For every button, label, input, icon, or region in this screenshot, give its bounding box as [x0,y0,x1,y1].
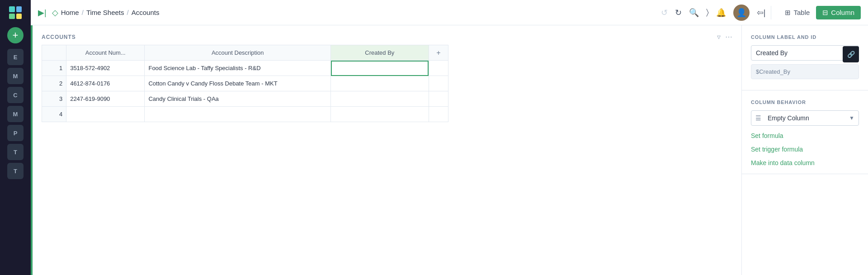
table-row: 3 2247-619-9090 Candy Clinical Trials - … [42,91,448,107]
spreadsheet: Account Num... Account Description Creat… [42,45,448,122]
table-title: ACCOUNTS [42,34,76,40]
sidebar: + E M C M P T T [0,0,31,275]
column-id-field [751,64,859,79]
row-1-account-desc[interactable]: Food Science Lab - Taffy Specialists - R… [145,61,331,76]
set-trigger-formula-link[interactable]: Set trigger formula [751,146,859,153]
spreadsheet-wrapper[interactable]: Account Num... Account Description Creat… [33,45,741,275]
logo-dot-yellow [16,14,22,19]
table-left-section: ACCOUNTS ▿ ⋯ Account Num... Account Desc… [31,25,741,275]
column-behavior-section: COLUMN BEHAVIOR ☰ Empty Column Set formu… [742,90,868,174]
table-row-empty: 4 [42,107,448,122]
row-num-3: 3 [42,91,66,107]
row-2-extra [429,76,448,91]
table-header-actions: ▿ ⋯ [717,33,732,41]
row-3-created-by[interactable] [331,91,429,107]
column-view-icon: ⊟ [822,9,828,17]
share-icon[interactable]: 〉 [706,8,709,17]
breadcrumb-home-icon: ◇ [52,8,58,18]
sidebar-item-t2[interactable]: T [7,163,24,179]
row-3-extra [429,91,448,107]
link-icon: 🔗 [847,51,855,58]
add-button[interactable]: + [7,27,24,43]
sidebar-item-m1[interactable]: M [7,68,24,84]
row-2-account-desc[interactable]: Cotton Candy v Candy Floss Debate Team -… [145,76,331,91]
top-bar: ▶| ◇ Home / Time Sheets / Accounts ↺ ↻ 🔍… [31,0,868,25]
column-behavior-select[interactable]: Empty Column Set formula Set trigger for… [751,110,859,126]
row-3-account-num[interactable]: 2247-619-9090 [66,91,145,107]
breadcrumb-sep-1: / [82,9,84,16]
row-1-created-by[interactable] [331,61,429,76]
more-options-icon[interactable]: ⋯ [725,33,732,41]
table-view-button[interactable]: ⊞ Table [778,6,816,19]
col-header-account-num: Account Num... [66,45,145,61]
add-column-button[interactable]: + [433,45,444,60]
app-logo [6,4,24,22]
redo-icon[interactable]: ↻ [675,8,682,18]
col-header-account-desc: Account Description [145,45,331,61]
avatar[interactable]: 👤 [733,5,750,21]
row-2-created-by[interactable] [331,76,429,91]
set-formula-link[interactable]: Set formula [751,132,859,139]
table-header-bar: ACCOUNTS ▿ ⋯ [33,25,741,45]
content-area: ACCOUNTS ▿ ⋯ Account Num... Account Desc… [31,25,868,275]
row-num-4: 4 [42,107,66,122]
sidebar-item-e[interactable]: E [7,49,24,65]
logo-dot-blue [16,6,22,12]
row-4-account-desc[interactable] [145,107,331,122]
search-icon[interactable]: 🔍 [689,8,699,18]
main-area: ▶| ◇ Home / Time Sheets / Accounts ↺ ↻ 🔍… [31,0,868,275]
breadcrumb-home[interactable]: Home [61,9,79,16]
row-3-account-desc[interactable]: Candy Clinical Trials - QAa [145,91,331,107]
view-toggle: ⊞ Table ⊟ Column [771,6,861,19]
row-1-account-num[interactable]: 3518-572-4902 [66,61,145,76]
notifications-icon[interactable]: 🔔 [716,8,726,18]
column-view-label: Column [831,9,854,16]
logo-dot-green [9,14,15,19]
make-data-column-link[interactable]: Make into data column [751,159,859,166]
row-2-account-num[interactable]: 4612-874-0176 [66,76,145,91]
table-view-label: Table [793,9,810,16]
row-4-account-num[interactable] [66,107,145,122]
column-view-button[interactable]: ⊟ Column [816,6,861,19]
sidebar-item-m2[interactable]: M [7,106,24,122]
row-4-extra [429,107,448,122]
undo-icon[interactable]: ↺ [661,8,668,18]
sidebar-item-t1[interactable]: T [7,144,24,160]
col-header-created-by[interactable]: Created By [331,45,429,61]
breadcrumb-sep-2: / [127,9,129,16]
row-num-2: 2 [42,76,66,91]
table-section: ACCOUNTS ▿ ⋯ Account Num... Account Desc… [33,25,741,275]
col-header-add: + [429,45,448,61]
column-label-input-row: 🔗 [751,45,859,61]
nav-expand-icon[interactable]: ▶| [38,8,47,18]
filter-icon[interactable]: ▿ [717,33,721,41]
sidebar-item-p[interactable]: P [7,125,24,141]
collapse-panel-icon[interactable]: ⇦| [757,8,766,18]
column-behavior-title: COLUMN BEHAVIOR [751,100,859,105]
top-bar-actions: ↺ ↻ 🔍 〉 🔔 👤 ⇦| [661,5,766,21]
col-header-rownum [42,45,66,61]
column-label-section: COLUMN LABEL AND ID 🔗 [742,25,868,90]
column-label-title: COLUMN LABEL AND ID [751,34,859,40]
table-row: 1 3518-572-4902 Food Science Lab - Taffy… [42,61,448,76]
breadcrumb: ◇ Home / Time Sheets / Accounts [52,8,160,18]
row-num-1: 1 [42,61,66,76]
right-panel: COLUMN LABEL AND ID 🔗 COLUMN BEHAVIOR ☰ … [741,25,868,275]
column-link-button[interactable]: 🔗 [843,46,859,62]
row-4-created-by[interactable] [331,107,429,122]
table-row: 2 4612-874-0176 Cotton Candy v Candy Flo… [42,76,448,91]
breadcrumb-timesheets[interactable]: Time Sheets [86,9,124,16]
row-1-extra [429,61,448,76]
logo-dot-teal [9,6,15,12]
column-behavior-select-wrapper: ☰ Empty Column Set formula Set trigger f… [751,110,859,126]
breadcrumb-accounts: Accounts [132,9,160,16]
sidebar-item-c[interactable]: C [7,87,24,103]
table-view-icon: ⊞ [785,9,791,17]
